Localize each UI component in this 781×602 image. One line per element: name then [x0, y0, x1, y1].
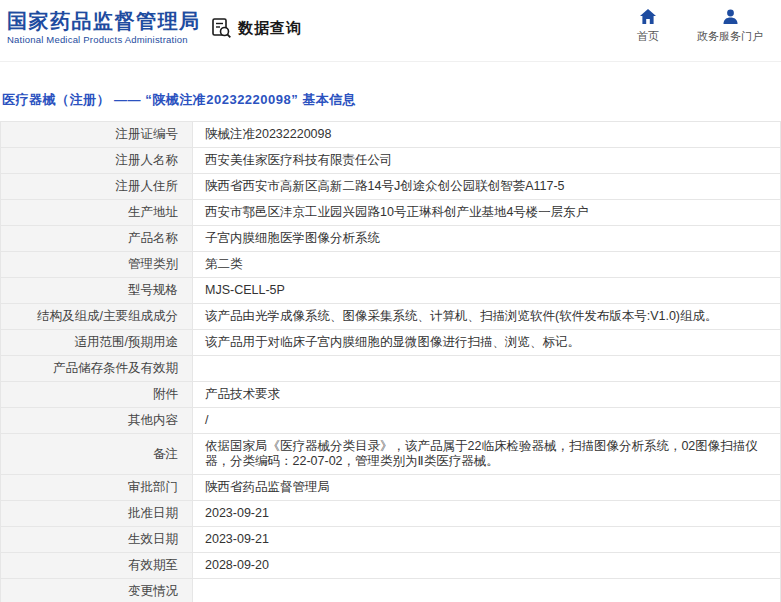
field-value: 产品技术要求	[193, 382, 781, 408]
field-value	[193, 356, 781, 382]
field-label: 管理类别	[1, 252, 193, 278]
field-value: 第二类	[193, 252, 781, 278]
field-value: 子宫内膜细胞医学图像分析系统	[193, 226, 781, 252]
user-icon	[722, 8, 739, 25]
nav-gov-portal[interactable]: 政务服务门户	[697, 8, 763, 44]
field-value: 依据国家局《医疗器械分类目录》，该产品属于22临床检验器械，扫描图像分析系统，0…	[193, 434, 781, 475]
data-query-section: 数据查询	[210, 17, 302, 39]
table-row: 注册人名称西安美佳家医疗科技有限责任公司	[1, 148, 781, 174]
field-value: 2023-09-21	[193, 501, 781, 527]
data-query-title: 数据查询	[238, 19, 302, 38]
table-row: 适用范围/预期用途该产品用于对临床子宫内膜细胞的显微图像进行扫描、浏览、标记。	[1, 330, 781, 356]
field-value: 该产品用于对临床子宫内膜细胞的显微图像进行扫描、浏览、标记。	[193, 330, 781, 356]
registration-info-table: 注册证编号陕械注准20232220098注册人名称西安美佳家医疗科技有限责任公司…	[0, 121, 781, 602]
org-name-en: National Medical Products Administration	[7, 33, 201, 47]
nav-home[interactable]: 首页	[637, 8, 659, 44]
field-label: 适用范围/预期用途	[1, 330, 193, 356]
field-label: 其他内容	[1, 408, 193, 434]
table-row: 有效期至2028-09-20	[1, 553, 781, 579]
table-row: 生效日期2023-09-21	[1, 527, 781, 553]
table-row: 生产地址西安市鄠邑区沣京工业园兴园路10号正琳科创产业基地4号楼一层东户	[1, 200, 781, 226]
table-row: 变更情况	[1, 579, 781, 602]
field-value: 西安美佳家医疗科技有限责任公司	[193, 148, 781, 174]
page-title: 医疗器械（注册） —— “陕械注准20232220098” 基本信息	[2, 91, 781, 109]
field-value: 陕西省西安市高新区高新二路14号J创途众创公园联创智荟A117-5	[193, 174, 781, 200]
field-label: 有效期至	[1, 553, 193, 579]
field-value: 西安市鄠邑区沣京工业园兴园路10号正琳科创产业基地4号楼一层东户	[193, 200, 781, 226]
field-value: /	[193, 408, 781, 434]
field-label: 注册人名称	[1, 148, 193, 174]
nmpa-logo[interactable]: 国家药品监督管理局 National Medical Products Admi…	[7, 9, 201, 47]
data-query-icon	[210, 17, 232, 39]
field-label: 变更情况	[1, 579, 193, 602]
table-row: 审批部门陕西省药品监督管理局	[1, 475, 781, 501]
field-value: MJS-CELL-5P	[193, 278, 781, 304]
field-label: 注册人住所	[1, 174, 193, 200]
table-row: 其他内容/	[1, 408, 781, 434]
field-label: 批准日期	[1, 501, 193, 527]
field-label: 审批部门	[1, 475, 193, 501]
field-label: 型号规格	[1, 278, 193, 304]
field-label: 附件	[1, 382, 193, 408]
top-header: 国家药品监督管理局 National Medical Products Admi…	[0, 0, 781, 62]
field-value	[193, 579, 781, 602]
table-row: 产品名称子宫内膜细胞医学图像分析系统	[1, 226, 781, 252]
field-label: 生效日期	[1, 527, 193, 553]
field-label: 产品名称	[1, 226, 193, 252]
nav-home-label: 首页	[637, 29, 659, 44]
table-row: 备注依据国家局《医疗器械分类目录》，该产品属于22临床检验器械，扫描图像分析系统…	[1, 434, 781, 475]
nav-gov-portal-label: 政务服务门户	[697, 29, 763, 44]
field-value: 该产品由光学成像系统、图像采集系统、计算机、扫描浏览软件(软件发布版本号:V1.…	[193, 304, 781, 330]
table-row: 产品储存条件及有效期	[1, 356, 781, 382]
table-row: 注册人住所陕西省西安市高新区高新二路14号J创途众创公园联创智荟A117-5	[1, 174, 781, 200]
home-icon	[639, 8, 657, 25]
table-row: 结构及组成/主要组成成分该产品由光学成像系统、图像采集系统、计算机、扫描浏览软件…	[1, 304, 781, 330]
field-value: 陕械注准20232220098	[193, 122, 781, 148]
field-label: 备注	[1, 434, 193, 475]
header-nav: 首页 政务服务门户	[637, 8, 763, 44]
org-name-cn: 国家药品监督管理局	[7, 9, 201, 33]
field-label: 结构及组成/主要组成成分	[1, 304, 193, 330]
table-row: 型号规格MJS-CELL-5P	[1, 278, 781, 304]
field-label: 产品储存条件及有效期	[1, 356, 193, 382]
table-row: 注册证编号陕械注准20232220098	[1, 122, 781, 148]
table-row: 批准日期2023-09-21	[1, 501, 781, 527]
table-row: 管理类别第二类	[1, 252, 781, 278]
field-label: 生产地址	[1, 200, 193, 226]
field-label: 注册证编号	[1, 122, 193, 148]
field-value: 陕西省药品监督管理局	[193, 475, 781, 501]
field-value: 2028-09-20	[193, 553, 781, 579]
field-value: 2023-09-21	[193, 527, 781, 553]
table-row: 附件产品技术要求	[1, 382, 781, 408]
